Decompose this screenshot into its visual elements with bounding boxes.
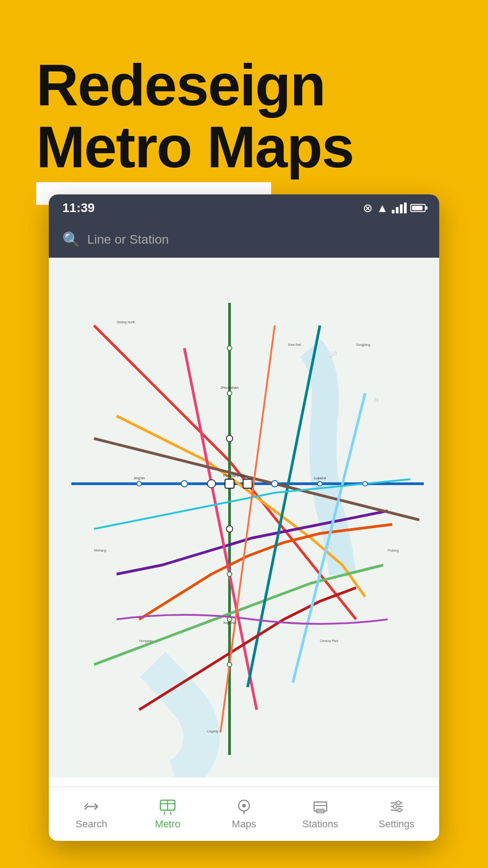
status-bar: 11:39 ⊗ ▲ xyxy=(49,194,439,222)
svg-point-48 xyxy=(397,801,400,805)
settings-nav-icon xyxy=(389,798,405,815)
notification-icon: ⊗ xyxy=(363,201,373,215)
svg-text:Zhongshan: Zhongshan xyxy=(221,386,239,390)
hero-title-line2: Metro Maps xyxy=(36,114,353,180)
svg-point-14 xyxy=(227,662,232,667)
metro-map-svg: People's Sq Jing'an Lujiazui Zhongshan X… xyxy=(49,258,439,778)
metro-map-area[interactable]: People's Sq Jing'an Lujiazui Zhongshan X… xyxy=(49,258,439,778)
search-bar-container[interactable]: 🔍 Line or Station xyxy=(49,222,439,258)
svg-rect-16 xyxy=(225,479,234,488)
search-nav-icon xyxy=(83,798,99,815)
nav-item-maps[interactable]: Maps xyxy=(206,794,282,835)
phone-mockup: 11:39 ⊗ ▲ 🔍 Line or Station xyxy=(49,194,439,841)
wifi-icon: ▲ xyxy=(376,201,388,215)
search-input-placeholder[interactable]: Line or Station xyxy=(87,232,169,247)
bottom-nav: Search Metro Maps xyxy=(49,787,439,841)
svg-rect-17 xyxy=(243,479,252,488)
nav-label-maps: Maps xyxy=(232,818,256,830)
svg-text:Lujiazui: Lujiazui xyxy=(314,476,326,480)
svg-text:N: N xyxy=(374,396,379,404)
svg-line-37 xyxy=(164,812,165,815)
svg-point-4 xyxy=(181,481,188,487)
svg-text:沪: 沪 xyxy=(329,351,337,359)
svg-text:Songjiang: Songjiang xyxy=(356,343,370,347)
svg-point-3 xyxy=(226,526,233,532)
nav-label-search: Search xyxy=(76,818,108,830)
battery-icon xyxy=(410,204,426,212)
nav-label-settings: Settings xyxy=(379,818,415,830)
hero-title-line1: Redeseign xyxy=(36,52,325,118)
nav-label-stations: Stations xyxy=(302,818,338,830)
stations-nav-icon xyxy=(312,798,328,815)
maps-nav-icon xyxy=(236,798,252,815)
svg-text:People's Sq: People's Sq xyxy=(223,473,245,478)
svg-point-50 xyxy=(398,808,401,812)
svg-text:Century Park: Century Park xyxy=(320,639,338,643)
svg-rect-0 xyxy=(49,258,439,778)
nav-item-settings[interactable]: Settings xyxy=(358,794,435,835)
svg-point-11 xyxy=(227,391,232,396)
nav-item-metro[interactable]: Metro xyxy=(130,794,206,835)
svg-text:East Rail: East Rail xyxy=(288,343,301,346)
svg-point-49 xyxy=(393,805,397,808)
svg-point-5 xyxy=(272,481,278,487)
svg-text:Hongqiao: Hongqiao xyxy=(139,639,153,643)
svg-text:Xujiahui: Xujiahui xyxy=(223,621,236,625)
nav-item-stations[interactable]: Stations xyxy=(282,794,358,835)
svg-point-12 xyxy=(227,572,232,576)
svg-point-8 xyxy=(137,481,141,486)
signal-icon xyxy=(392,203,407,213)
svg-point-2 xyxy=(226,435,233,442)
svg-point-7 xyxy=(207,480,216,488)
svg-point-10 xyxy=(363,481,367,486)
nav-item-search[interactable]: Search xyxy=(53,794,130,835)
status-time: 11:39 xyxy=(62,201,95,215)
svg-text:Minhang: Minhang xyxy=(94,549,106,552)
svg-point-40 xyxy=(242,804,246,807)
search-icon: 🔍 xyxy=(62,231,80,248)
svg-text:Pudong: Pudong xyxy=(388,549,399,552)
hero-title: Redeseign Metro Maps xyxy=(36,54,452,178)
nav-label-metro: Metro xyxy=(155,818,180,830)
svg-point-15 xyxy=(227,346,232,350)
svg-text:Jing'an: Jing'an xyxy=(133,476,145,480)
status-icons: ⊗ ▲ xyxy=(363,201,426,215)
svg-line-38 xyxy=(170,812,171,815)
metro-nav-icon xyxy=(159,798,177,815)
svg-text:Lingang: Lingang xyxy=(207,730,218,733)
svg-text:Jiading North: Jiading North xyxy=(117,321,135,324)
svg-point-9 xyxy=(318,481,322,486)
